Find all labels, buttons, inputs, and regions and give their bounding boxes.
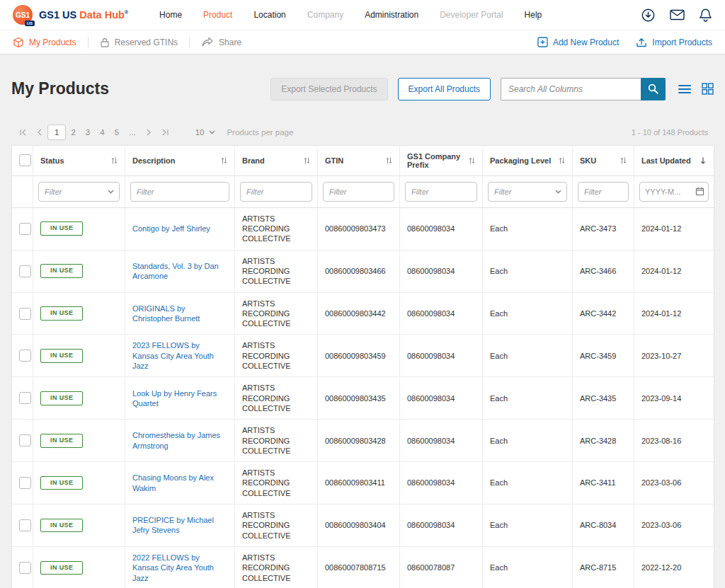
row-checkbox[interactable] <box>19 392 31 404</box>
search-button[interactable] <box>641 78 666 100</box>
view-toggle-group <box>678 83 714 95</box>
status-filter-input[interactable] <box>38 182 120 202</box>
page-number-3[interactable]: 3 <box>81 125 95 139</box>
page-number-4[interactable]: 4 <box>95 125 109 139</box>
packaging-filter-select[interactable] <box>488 182 567 202</box>
export-all-button[interactable]: Export All Products <box>398 78 491 100</box>
row-select-cell <box>12 546 33 588</box>
row-checkbox[interactable] <box>19 223 31 235</box>
tab-my-products[interactable]: My Products <box>13 37 76 48</box>
column-header-status[interactable]: Status <box>33 145 125 175</box>
bell-icon[interactable] <box>699 8 712 23</box>
description-filter-input[interactable] <box>130 182 229 202</box>
top-navigation: GS1 US GS1 US Data Hub® Home Product Loc… <box>0 0 725 30</box>
prefix-cell: 08600098034 <box>400 377 483 420</box>
nav-home[interactable]: Home <box>159 10 182 20</box>
prefix-cell: 08600078087 <box>400 546 483 588</box>
grid-view-icon[interactable] <box>702 83 714 95</box>
brand-title: GS1 US Data Hub® <box>39 9 128 21</box>
status-badge: IN USE <box>40 476 83 490</box>
share-icon <box>201 37 214 47</box>
description-link[interactable]: Chasing Moons by Alex Wakim <box>132 473 214 492</box>
import-products-button[interactable]: Import Products <box>636 37 712 48</box>
page-number-2[interactable]: 2 <box>66 125 80 139</box>
brand-prefix: GS1 US <box>39 9 79 21</box>
sort-icon[interactable] <box>111 156 118 165</box>
updated-cell: 2024-01-12 <box>634 292 714 335</box>
packaging-filter-input[interactable] <box>488 182 567 202</box>
description-link[interactable]: ORIGINALS by Christopher Burnett <box>132 304 200 323</box>
tab-reserved-gtins[interactable]: Reserved GTINs <box>100 37 178 48</box>
filter-empty-cell <box>12 175 33 207</box>
gtin-cell: 00860009803435 <box>318 377 400 420</box>
description-link[interactable]: 2022 FELLOWS by Kansas City Area Youth J… <box>132 553 214 582</box>
gtin-filter-input[interactable] <box>323 182 394 202</box>
sku-cell: ARC-3442 <box>573 292 634 335</box>
date-filter-input[interactable] <box>640 188 691 196</box>
row-checkbox[interactable] <box>19 562 31 574</box>
calendar-icon[interactable] <box>691 183 708 201</box>
column-header-gtin[interactable]: GTIN <box>318 145 400 175</box>
page-number-1[interactable]: 1 <box>47 125 66 140</box>
column-header-prefix[interactable]: GS1 Company Prefix <box>400 145 483 175</box>
sku-cell: ARC-3473 <box>573 207 634 250</box>
sort-icon[interactable] <box>221 156 227 165</box>
column-header-sku[interactable]: SKU <box>573 145 634 175</box>
row-select-cell <box>12 207 33 250</box>
description-link[interactable]: Chromesthesia by James Armstrong <box>132 431 220 449</box>
sort-icon[interactable] <box>559 156 565 165</box>
nav-help[interactable]: Help <box>525 10 542 20</box>
description-link[interactable]: PRECIPICE by Michael Jefry Stevens <box>132 516 214 534</box>
column-header-brand[interactable]: Brand <box>235 145 318 175</box>
description-link[interactable]: Standards, Vol. 3 by Dan Arcamone <box>132 262 219 280</box>
column-header-packaging[interactable]: Packaging Level <box>483 145 573 175</box>
row-checkbox[interactable] <box>19 434 31 446</box>
mail-icon[interactable] <box>670 9 685 21</box>
download-icon[interactable] <box>641 8 656 23</box>
page-size-select[interactable]: 10 <box>195 128 216 137</box>
brand-filter-input[interactable] <box>240 182 312 202</box>
sort-desc-icon[interactable] <box>700 156 707 165</box>
brand-cell: ARTISTS RECORDING COLLECTIVE <box>235 335 318 377</box>
status-cell: IN USE <box>33 462 125 505</box>
list-view-icon[interactable] <box>678 84 691 94</box>
description-link[interactable]: Look Up by Henry Fears Quartet <box>132 389 217 408</box>
nav-administration[interactable]: Administration <box>365 10 418 20</box>
export-selected-button[interactable]: Export Selected Products <box>270 78 387 100</box>
row-checkbox[interactable] <box>19 477 31 489</box>
next-page-button[interactable] <box>141 129 156 136</box>
tab-share[interactable]: Share <box>201 37 241 47</box>
row-checkbox[interactable] <box>19 519 31 531</box>
chevron-down-icon <box>209 130 215 134</box>
prev-page-button[interactable] <box>32 129 47 136</box>
sku-filter-input[interactable] <box>578 182 629 202</box>
row-select-cell <box>12 377 33 420</box>
page-header: My Products Export Selected Products Exp… <box>11 54 714 120</box>
add-new-product-button[interactable]: Add New Product <box>537 37 619 47</box>
first-page-button[interactable] <box>14 129 32 136</box>
row-checkbox[interactable] <box>19 308 31 320</box>
sort-icon[interactable] <box>469 156 475 165</box>
sort-icon[interactable] <box>304 156 310 165</box>
products-table: Status Description Brand GTIN GS1 Compan… <box>11 145 714 588</box>
sort-icon[interactable] <box>386 156 392 165</box>
filter-gtin-cell <box>318 175 400 207</box>
nav-product[interactable]: Product <box>203 10 232 20</box>
select-all-checkbox[interactable] <box>19 154 31 166</box>
prefix-cell: 08600098034 <box>400 505 483 547</box>
prefix-filter-input[interactable] <box>405 182 477 202</box>
status-badge: IN USE <box>40 561 83 575</box>
status-cell: IN USE <box>33 250 125 292</box>
search-input[interactable] <box>501 78 641 100</box>
status-filter-select[interactable] <box>38 182 120 202</box>
nav-location[interactable]: Location <box>253 10 285 20</box>
column-header-description[interactable]: Description <box>125 145 235 175</box>
description-link[interactable]: 2023 FELLOWS by Kansas City Area Youth J… <box>132 341 214 370</box>
sort-icon[interactable] <box>620 156 627 165</box>
row-checkbox[interactable] <box>19 350 31 362</box>
page-number-5[interactable]: 5 <box>110 125 124 139</box>
last-page-button[interactable] <box>156 129 174 136</box>
column-header-last-updated[interactable]: Last Updated <box>634 145 714 175</box>
row-checkbox[interactable] <box>19 265 31 277</box>
description-link[interactable]: Contigo by Jeff Shirley <box>132 224 210 233</box>
